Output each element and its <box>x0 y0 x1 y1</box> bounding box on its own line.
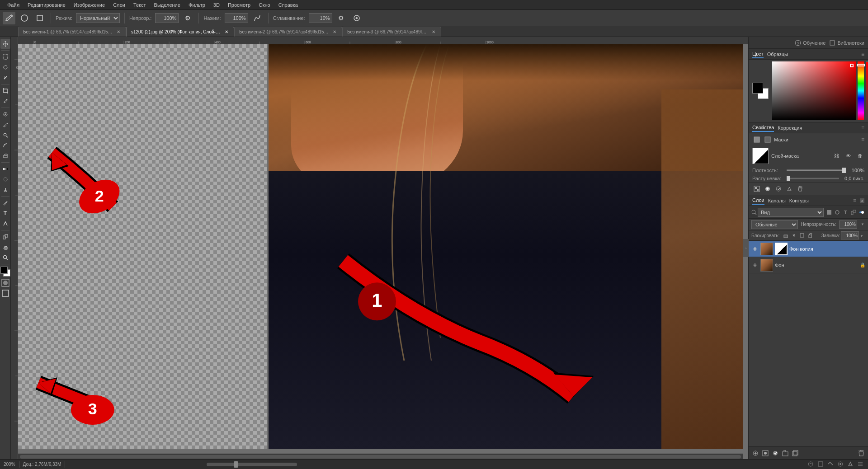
canvas-area[interactable]: 0 200 400 600 800 1000 0 <box>11 37 748 459</box>
clone-stamp-tool[interactable] <box>0 130 10 140</box>
blur-tool[interactable] <box>0 174 10 184</box>
color-alpha-bar[interactable] <box>866 61 868 120</box>
tool-options-2[interactable] <box>33 12 46 24</box>
mask-action-1[interactable] <box>752 184 761 193</box>
layers-panel-collapse[interactable]: ▲ <box>860 198 864 203</box>
filter-pixel-icon[interactable] <box>826 209 833 216</box>
correction-tab[interactable]: Коррекция <box>778 124 802 131</box>
crop-tool[interactable] <box>0 86 10 96</box>
menu-window[interactable]: Окно <box>255 1 274 9</box>
feather-handle[interactable] <box>787 176 790 181</box>
mask-delete-icon[interactable]: 🗑 <box>855 151 864 160</box>
tool-options-1[interactable] <box>18 12 31 24</box>
history-brush-tool[interactable] <box>0 141 10 150</box>
lock-all-btn[interactable] <box>807 232 814 239</box>
bottom-tool-6[interactable] <box>857 461 864 468</box>
foreground-color-swatch[interactable] <box>0 267 10 277</box>
tab-0-close[interactable]: ✕ <box>116 29 121 35</box>
mask-action-delete[interactable] <box>796 184 805 193</box>
layer-type-filter[interactable]: Вид <box>758 208 824 217</box>
mask-action-4[interactable] <box>785 184 794 193</box>
menu-file[interactable]: Файл <box>4 1 23 9</box>
layer-mask-thumbnail[interactable] <box>752 148 769 164</box>
fill-input[interactable] <box>841 231 859 239</box>
layer-item-bg[interactable]: Фон 🔒 <box>749 257 868 273</box>
settings-gear-icon[interactable]: ⚙ <box>335 12 348 24</box>
bottom-tool-4[interactable] <box>837 461 844 468</box>
quick-mask-btn[interactable] <box>1 279 9 288</box>
flow-icon[interactable] <box>251 12 264 24</box>
learn-button[interactable]: ? Обучение <box>795 40 826 46</box>
bottom-tool-2[interactable] <box>817 461 825 468</box>
smoothing-input[interactable] <box>309 13 332 23</box>
lasso-tool[interactable] <box>0 62 10 72</box>
brush-tool[interactable] <box>0 120 10 130</box>
filter-shape-icon[interactable] <box>850 209 857 216</box>
mask-link-icon[interactable]: ⛓ <box>832 151 841 160</box>
hand-tool[interactable] <box>0 242 10 252</box>
delete-layer-btn[interactable] <box>857 449 865 457</box>
menu-3d[interactable]: 3D <box>210 1 223 9</box>
color-gradient-box[interactable] <box>772 61 856 120</box>
tab-3-close[interactable]: ✕ <box>431 29 436 35</box>
masks-panel-options[interactable]: ≡ <box>861 136 864 143</box>
lock-position-btn[interactable] <box>790 232 797 239</box>
nav-slider-area[interactable] <box>69 463 434 466</box>
marquee-tool[interactable] <box>0 52 10 62</box>
fg-bg-color-boxes[interactable] <box>752 83 769 99</box>
feather-slider[interactable] <box>787 176 839 181</box>
layer-mask-thumb-copy[interactable] <box>775 243 788 255</box>
path-select-tool[interactable] <box>0 219 10 229</box>
eraser-tool[interactable] <box>0 151 10 161</box>
menu-filter[interactable]: Фильтр <box>185 1 209 9</box>
menu-image[interactable]: Изображение <box>70 1 108 9</box>
mask-action-2[interactable] <box>763 184 772 193</box>
extra-icon[interactable] <box>350 12 363 24</box>
bottom-tool-5[interactable] <box>847 461 854 468</box>
density-handle[interactable] <box>842 168 846 173</box>
opacity-arrow[interactable]: ▼ <box>860 222 865 227</box>
tab-2[interactable]: Без имени-2 @ 66,7% (59147ac489f6d15bf7f… <box>234 27 342 37</box>
fill-arrow[interactable]: ▼ <box>860 233 865 238</box>
color-spectrum-bar[interactable] <box>858 61 864 120</box>
add-adjustment-btn[interactable] <box>771 449 779 457</box>
layers-tab[interactable]: Слои <box>752 197 764 205</box>
zoom-tool[interactable] <box>0 253 10 263</box>
blend-mode-select[interactable]: Нормальный <box>76 13 120 23</box>
color-panel-menu[interactable]: ≡ <box>861 51 864 57</box>
tab-1[interactable]: s1200 (2).jpg @ 200% (Фон копия, Слой-ма… <box>126 27 234 37</box>
mask-visibility-icon[interactable]: 👁 <box>844 151 853 160</box>
foreground-swatch[interactable] <box>752 83 763 94</box>
mask-action-3[interactable] <box>774 184 783 193</box>
magic-wand-tool[interactable] <box>0 73 10 83</box>
tab-3[interactable]: Без имени-3 @ 66,7% (59147ac489f6d15bf7f… <box>342 27 441 37</box>
opacity-settings-icon[interactable]: ⚙ <box>181 12 194 24</box>
shape-tool[interactable] <box>0 232 10 242</box>
pixel-mask-icon[interactable] <box>752 135 761 144</box>
properties-tab[interactable]: Свойства <box>752 124 774 132</box>
menu-layers[interactable]: Слои <box>109 1 129 9</box>
tool-brush-icon[interactable] <box>3 12 15 24</box>
filter-type-icon[interactable]: T <box>842 209 849 216</box>
text-tool[interactable]: T <box>0 208 10 218</box>
menu-view[interactable]: Просмотр <box>224 1 254 9</box>
eyedropper-tool[interactable] <box>0 96 10 106</box>
layers-panel-menu[interactable]: ≡ <box>853 197 856 204</box>
menu-select[interactable]: Выделение <box>151 1 184 9</box>
opacity-input[interactable] <box>839 220 857 229</box>
contours-tab[interactable]: Контуры <box>789 197 809 204</box>
channels-tab[interactable]: Каналы <box>768 197 786 204</box>
filter-adjustment-icon[interactable] <box>834 209 841 216</box>
menu-edit[interactable]: Редактирование <box>24 1 69 9</box>
new-group-btn[interactable] <box>781 449 789 457</box>
panel-collapse-left[interactable]: › <box>743 239 749 257</box>
flow-input[interactable] <box>225 13 248 23</box>
vector-mask-icon[interactable] <box>763 135 772 144</box>
lock-artboard-btn[interactable] <box>798 232 806 239</box>
layer-visibility-copy[interactable] <box>751 245 759 253</box>
layer-blend-mode[interactable]: Обычные <box>751 220 798 229</box>
add-style-btn[interactable] <box>751 449 760 457</box>
props-panel-menu[interactable]: ≡ <box>861 125 864 131</box>
nav-slider-handle[interactable] <box>234 461 238 468</box>
layer-visibility-bg[interactable] <box>751 262 759 269</box>
